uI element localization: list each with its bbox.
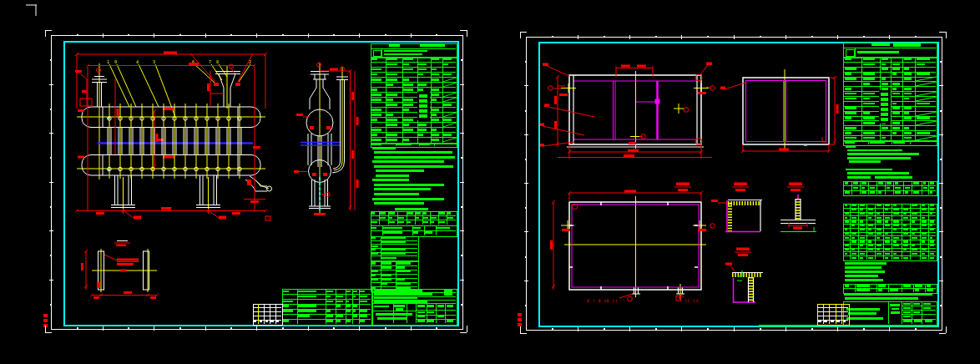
right-panel-cell-text [895,182,899,184]
left-panel-cell-text [360,320,365,322]
left-panel-cell-text [381,279,391,281]
left-panel-cell-text [432,58,439,61]
right-panel-cell-text [878,285,886,286]
right-panel-text [913,303,920,306]
right-panel-cell-text [893,253,897,255]
zone-tick [939,134,943,135]
right-panel-cell-text [930,245,935,246]
left-panel-cell-text [371,221,377,223]
right-panel-cell-text [903,217,909,219]
right-panel-cell-text [892,63,900,66]
right-panel-cell-text [878,182,884,184]
revision-grid-text [843,321,846,322]
right-panel-note-line [849,160,881,163]
right-panel-cell-text [845,233,849,235]
right-panel-cell-text [893,229,897,230]
zone-label [525,256,527,258]
left-panel-line [381,48,382,58]
right-panel-cell-text [930,182,935,184]
left-panel-cell-text [371,129,381,131]
zone-label [940,61,942,63]
left-panel-cell-text [298,315,310,317]
left-panel-cell-text [298,291,316,293]
left-panel-cell-text [403,119,413,121]
zone-tick [524,134,528,135]
left-panel-cell-text [397,266,405,268]
left-panel-text [417,311,425,314]
left-panel-note-line [374,156,455,159]
right-panel-cell-text [868,240,871,242]
zone-label [50,157,52,159]
right-panel-cell-text [922,217,925,219]
zone-label [50,304,52,306]
right-panel-cell-text [922,209,927,210]
right-panel-table-line [915,57,916,140]
right-panel-cell-text [930,187,935,189]
right-panel-text [845,297,918,300]
left-panel-cell-text [283,291,289,293]
right-panel-cell-text [868,229,871,230]
right-panel-cell-text [845,73,852,75]
right-panel-cell-text [845,78,856,80]
right-panel-line [855,48,856,58]
right-panel-cell-text [845,217,847,219]
zone-tick [578,35,578,39]
right-panel-table-line [883,204,884,260]
zone-tick [154,326,154,331]
right-panel-cell-text [885,257,888,259]
left-panel-cell-text [371,109,381,111]
left-panel-cell-text [403,104,413,106]
left-panel-cell-text [371,134,377,136]
right-panel-text [846,317,883,320]
right-panel-text [903,320,912,322]
left-panel-cell-text [398,221,404,223]
left-panel-cell-text [371,139,381,141]
right-panel-cell-text [893,213,900,215]
right-panel-cell-text [876,253,882,255]
revision-grid-line [253,311,281,312]
right-panel-cell-text [845,249,849,250]
right-panel-cell-text [904,73,912,75]
left-panel-cell-text [371,279,378,281]
right-panel-cell-text [930,240,935,242]
left-panel-text [420,44,445,48]
right-panel-cell-text [860,245,863,246]
left-panel-cell-text [437,227,450,230]
zone-label [461,109,462,110]
right-sheet-corner-bracket [520,333,527,334]
left-panel-cell-text [418,83,427,86]
revision-grid-text [831,321,834,322]
left-panel-cell-text [418,63,427,66]
right-panel-cell-text [892,73,897,75]
right-panel-cell-text [917,103,930,105]
left-panel-cell-text [432,134,439,136]
right-panel-table-line [843,77,936,78]
right-panel-text [891,311,900,314]
left-panel-cell-text [346,305,351,307]
left-panel-text [389,44,400,47]
right-panel-table-line [843,86,936,87]
left-panel-cell-text [386,124,397,126]
right-panel-text [913,311,920,314]
zone-label [50,109,52,110]
right-panel-cell-text [885,209,888,210]
right-panel-table-line [910,140,911,144]
left-panel-cell-text [360,291,365,293]
right-panel-cell-text [845,68,856,70]
right-panel-cell-text [922,205,925,206]
zone-tick [460,133,464,134]
left-panel-cell-text [432,99,437,101]
zone-label [811,328,813,330]
right-panel-cell-text [893,220,900,222]
left-panel-cell-text [353,315,357,317]
right-panel-cell-text [845,191,851,193]
left-panel-text [376,313,412,316]
left-panel-cell-text [397,144,412,145]
right-panel-cell-text [851,205,857,206]
right-panel-cell-text [930,205,935,206]
right-panel-cell-text [904,93,912,95]
zone-label [655,328,657,330]
left-panel-text [374,297,417,300]
left-panel-cell-text [371,245,378,247]
revision-grid-text [254,321,256,322]
